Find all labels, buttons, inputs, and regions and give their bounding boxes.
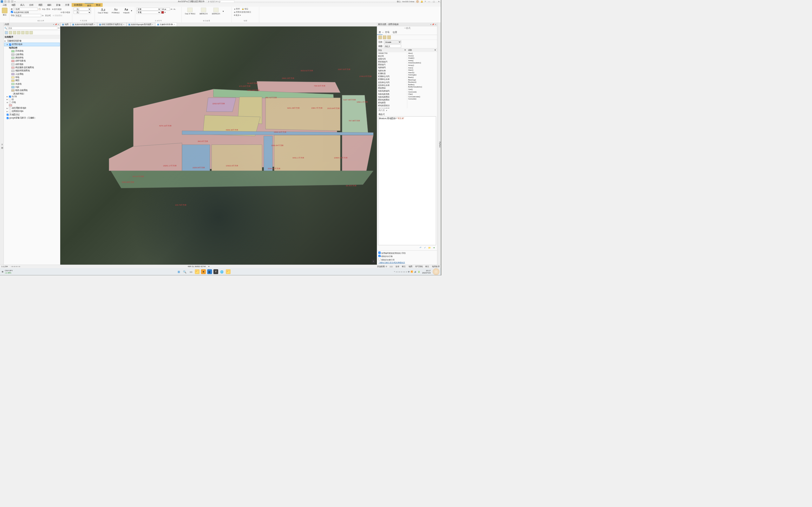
expr-export-icon[interactable]: ➜ <box>432 246 436 250</box>
sym-preset-2[interactable]: AaPOS单标记 <box>110 7 121 14</box>
function-item[interactable]: Atan() <box>407 69 437 71</box>
taskbar-clock[interactable]: 10:17 2023/7/23 <box>421 269 432 274</box>
tab-view[interactable]: 视图 <box>36 3 45 7</box>
sidebar-tab-python[interactable]: Python <box>437 23 441 265</box>
tray-ime-icon[interactable]: 中 <box>408 270 410 273</box>
function-item[interactable]: Angle() <box>407 57 437 59</box>
toc-sltb[interactable]: ▸SLTB <box>4 95 60 98</box>
size-input[interactable] <box>161 8 170 11</box>
lc-close-icon[interactable]: ✕ <box>435 23 436 25</box>
map-tab-3[interactable]: 点点GISgoogle系列地图✕ <box>126 22 155 26</box>
user-avatar-icon[interactable] <box>416 0 419 3</box>
toc-class-item[interactable]: 物流仓储用地 <box>4 89 60 92</box>
function-item[interactable]: Concatenate() <box>407 95 437 98</box>
toc-ncyd[interactable]: ▸农转用标准地块 <box>4 107 60 110</box>
place-preset-1[interactable]: Copy of 单标记 <box>183 7 197 15</box>
tray-icon[interactable]: ▪ <box>396 271 397 273</box>
sym-more-icon[interactable]: ▾ <box>131 9 132 12</box>
command-search-input[interactable] <box>207 0 235 3</box>
notifications-icon[interactable]: 🔔 <box>420 0 423 3</box>
map-tab-4[interactable]: 无偏移谷歌影像✕ <box>155 22 177 26</box>
tab-edit[interactable]: 编辑 <box>45 3 54 7</box>
field-item[interactable]: 图斑面积 <box>377 87 407 89</box>
list-by-perspective-icon[interactable] <box>30 31 33 34</box>
help-icon[interactable]: ? <box>425 1 426 3</box>
field-item[interactable]: 地类名称 <box>377 69 407 72</box>
toc-layer-selected[interactable]: ▾排序后地块 <box>4 43 60 46</box>
lc-tab-symbol[interactable]: 符号 <box>384 30 391 35</box>
function-item[interactable]: BufferGeodetic() <box>407 86 437 88</box>
contents-pin-icon[interactable]: 📌 <box>55 23 57 25</box>
tab-close-icon[interactable]: ✕ <box>123 24 124 25</box>
toc-map-root[interactable]: ▾无偏移谷歌影像 <box>4 39 60 43</box>
field-item[interactable]: 扣除地类编码 <box>377 89 407 92</box>
language-select[interactable]: Arcade <box>384 41 401 44</box>
expr-open-icon[interactable]: 📁 <box>428 246 431 250</box>
label-in-class-checkbox[interactable]: 在此类中标注要素 <box>11 11 29 14</box>
lc-tab-position[interactable]: 位置 <box>391 30 399 35</box>
field-item[interactable]: 要素代码 <box>377 57 407 60</box>
tab-feature-layer[interactable]: 要素图层 <box>72 3 85 7</box>
vis-max[interactable]: 〈无〉 <box>73 11 91 14</box>
class-select[interactable] <box>13 8 38 11</box>
function-item[interactable]: Clip() <box>407 93 437 95</box>
font-select[interactable]: 宋体 <box>137 8 161 11</box>
expression-button[interactable]: 表达式 <box>44 14 51 17</box>
more-button[interactable]: ⚙ 更多 ▾ <box>233 14 242 16</box>
tab-map[interactable]: 地图 <box>9 3 18 7</box>
statustab-symbology[interactable]: 符号系统 <box>415 265 423 268</box>
tab-close-icon[interactable]: ✕ <box>173 24 175 25</box>
north-arrow-icon[interactable]: ↑ <box>372 260 375 263</box>
field-item[interactable]: 耕地类型 <box>377 101 407 104</box>
explorer-icon[interactable]: 📁 <box>195 269 200 274</box>
field-item[interactable]: 图斑地类面积 <box>377 98 407 101</box>
toc-classnames-header[interactable]: 地类名称 <box>4 46 60 49</box>
contents-search-input[interactable] <box>7 26 57 30</box>
tab-close-icon[interactable]: ✕ <box>94 24 95 25</box>
toc-tdt[interactable]: 天地图注记 <box>4 113 60 116</box>
contents-close-icon[interactable]: ✕ <box>58 23 59 25</box>
start-icon[interactable]: ⊞ <box>176 269 181 274</box>
maximize-button[interactable]: ▢ <box>432 0 436 3</box>
chrome-icon[interactable]: 🌐 <box>219 269 224 274</box>
tray-icon[interactable]: ▪ <box>398 271 398 273</box>
function-item[interactable]: Acos() <box>407 55 437 57</box>
tray-icon[interactable]: ▪ <box>406 271 407 273</box>
qat-save-icon[interactable] <box>4 0 7 3</box>
tray-chevron-icon[interactable]: ^ <box>394 271 395 273</box>
edge-icon[interactable]: ◐ <box>207 269 212 274</box>
field-item[interactable]: 标识码 <box>377 55 407 57</box>
function-item[interactable]: Console() <box>407 98 437 100</box>
toc-class-item[interactable]: 乔木林地 <box>4 49 60 53</box>
toc-class-item[interactable]: 果园 <box>4 79 60 82</box>
map-tab-2[interactable]: 谷歌卫星图和天地图主记✕ <box>97 22 126 26</box>
field-item[interactable]: 图斑预编号 <box>377 60 407 63</box>
contents-menu-icon[interactable]: ▾ <box>53 23 54 25</box>
increase-size-icon[interactable]: A↑ <box>171 8 173 10</box>
toc-class-item[interactable]: 城镇村道路用地 <box>4 69 60 72</box>
tab-insert[interactable]: 插入 <box>18 3 27 7</box>
function-item[interactable]: Ceil() <box>407 88 437 91</box>
search-clear-icon[interactable]: ⟲ <box>58 27 59 30</box>
label-toggle-button[interactable]: 标注 <box>1 7 8 16</box>
sym-preset-3[interactable]: Aa中国全部 <box>121 7 131 14</box>
scale-toolbar[interactable]: · ▭ ▭ ▭ ▭ <box>10 265 20 268</box>
list-by-snapping-icon[interactable] <box>21 31 24 34</box>
list-by-selection-icon[interactable] <box>13 31 16 34</box>
tab-close-icon[interactable]: ✕ <box>152 24 153 25</box>
sql-query-button[interactable]: SQL 查询 <box>41 8 51 10</box>
function-item[interactable]: Array() <box>407 64 437 66</box>
map-tab-1[interactable]: 点点GIS高德系列地图✕ <box>70 22 97 26</box>
tray-wifi-icon[interactable]: 📶 <box>411 271 413 273</box>
cb-remove-newlines[interactable]: 移除多余换行符 <box>378 258 436 261</box>
field-item[interactable]: 权属单位代码 <box>377 75 407 78</box>
toc-class-item[interactable]: 农村道路 <box>4 63 60 66</box>
scale-input[interactable]: 1:1,234 <box>1 266 8 268</box>
field-select[interactable] <box>15 14 41 17</box>
tab-labeling[interactable]: 标注 <box>85 3 94 7</box>
field-item[interactable]: 坐落单位代码 <box>377 81 407 83</box>
sidebar-tab-incontent[interactable]: in容 <box>0 23 4 265</box>
field-item[interactable]: OBJECTID <box>377 52 407 55</box>
lc-tool-2-icon[interactable] <box>383 36 386 39</box>
toc-id[interactable]: ▸ID <box>4 98 60 101</box>
